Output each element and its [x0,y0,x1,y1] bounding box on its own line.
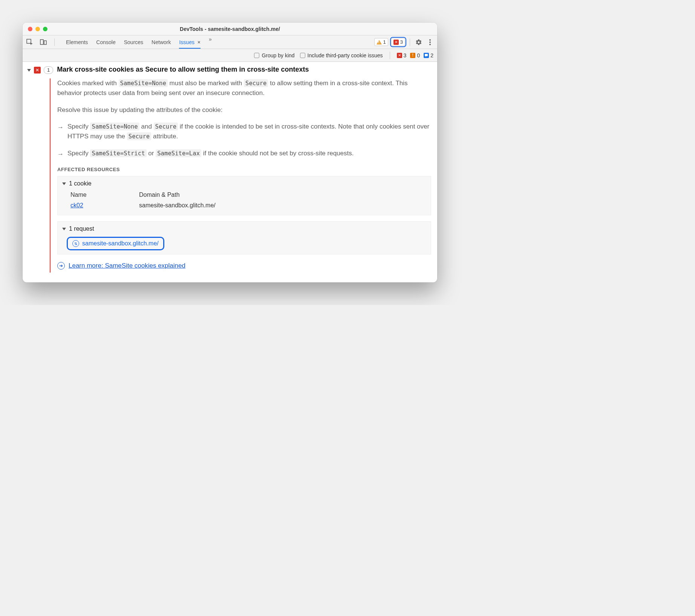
issue-bullet-1: → Specify SameSite=None and Secure if th… [57,122,431,142]
issue-description-1: Cookies marked with SameSite=None must a… [57,78,431,98]
device-toolbar-icon[interactable] [39,38,47,46]
cookie-summary: 1 cookie [69,180,92,187]
devtools-window: DevTools - samesite-sandbox.glitch.me/ E… [23,23,437,282]
issue-resolve-intro: Resolve this issue by updating the attri… [57,105,431,115]
col-name: Name [63,190,138,200]
tab-elements[interactable]: Elements [66,36,88,48]
minimize-window-icon[interactable] [35,27,40,31]
tab-console[interactable]: Console [96,36,115,48]
devtools-tabbar: Elements Console Sources Network Issues … [23,35,437,49]
warnings-count: 1 [383,39,386,45]
errors-count: 3 [400,39,403,45]
svg-point-4 [429,41,431,43]
tab-network[interactable]: Network [152,36,171,48]
code-secure: Secure [244,79,268,87]
filter-warnings-count: 0 [417,52,420,58]
svg-rect-6 [425,54,428,56]
arrow-right-icon: → [57,149,64,159]
divider [54,38,55,46]
kebab-menu-icon[interactable] [426,38,434,46]
affected-cookies-toggle[interactable]: 1 cookie [62,180,426,187]
inspect-element-icon[interactable] [26,38,34,46]
code-samesite-none: SameSite=None [119,79,168,87]
issue-bullet-2: → Specify SameSite=Strict or SameSite=La… [57,149,431,159]
affected-requests-section: 1 request ⇅ samesite-sandbox.glitch.me/ [57,221,431,254]
zoom-window-icon[interactable] [43,27,47,31]
issue-count-pill: 1 [44,66,53,74]
warning-square-icon: ! [410,53,415,58]
network-request-icon: ⇅ [72,240,79,247]
tab-issues[interactable]: Issues × [179,36,201,48]
learn-more-link[interactable]: Learn more: SameSite cookies explained [69,262,185,270]
error-square-icon: ✕ [393,40,399,45]
issue-title: Mark cross-site cookies as Secure to all… [57,66,309,74]
errors-counter[interactable]: ✕ 3 [391,38,405,46]
third-party-cookies-checkbox[interactable]: Include third-party cookie issues [300,52,383,58]
filter-errors-count: 3 [404,52,407,58]
warnings-counter[interactable]: 1 [374,38,388,46]
more-tabs-icon[interactable]: » [209,36,212,48]
svg-point-5 [429,44,431,45]
message-square-icon [424,53,429,58]
settings-gear-icon[interactable] [415,38,423,46]
filter-warnings[interactable]: ! 0 [410,52,420,58]
caret-down-icon[interactable] [27,69,31,72]
request-link[interactable]: ⇅ samesite-sandbox.glitch.me/ [67,237,164,250]
issues-filterbar: Group by kind Include third-party cookie… [23,49,437,62]
error-square-icon: ✕ [34,67,41,74]
request-url: samesite-sandbox.glitch.me/ [82,240,159,247]
checkbox-icon [300,53,305,58]
panel-tabs: Elements Console Sources Network Issues … [66,36,212,48]
close-tab-icon[interactable]: × [197,39,201,45]
issues-panel-body: ✕ 1 Mark cross-site cookies as Secure to… [23,62,437,282]
close-window-icon[interactable] [28,27,32,31]
filter-errors[interactable]: ✕ 3 [397,52,407,58]
col-domain: Domain & Path [139,190,426,200]
affected-requests-toggle[interactable]: 1 request [62,225,426,232]
filter-messages-count: 2 [430,52,433,58]
caret-down-icon [62,182,66,185]
cookie-domain: samesite-sandbox.glitch.me/ [139,201,426,210]
tab-issues-label: Issues [179,39,194,45]
third-party-label: Include third-party cookie issues [308,52,383,58]
request-summary: 1 request [69,225,94,232]
window-title: DevTools - samesite-sandbox.glitch.me/ [23,26,437,32]
external-link-icon: ➔ [57,262,65,270]
issue-row[interactable]: ✕ 1 Mark cross-site cookies as Secure to… [27,66,431,74]
arrow-right-icon: → [57,122,64,142]
filter-messages[interactable]: 2 [424,52,433,58]
cookie-name-link[interactable]: ck02 [70,202,83,208]
svg-point-3 [429,39,431,41]
window-titlebar: DevTools - samesite-sandbox.glitch.me/ [23,23,437,35]
affected-cookies-section: 1 cookie Name Domain & Path ck02 samesit… [57,176,431,215]
checkbox-icon [254,53,259,58]
table-row: ck02 samesite-sandbox.glitch.me/ [63,201,426,210]
warning-triangle-icon [377,40,382,44]
group-by-kind-checkbox[interactable]: Group by kind [254,52,294,58]
caret-down-icon [62,228,66,230]
error-square-icon: ✕ [397,53,402,58]
divider [390,52,390,59]
issue-details: Cookies marked with SameSite=None must a… [50,78,431,273]
svg-rect-2 [44,41,46,44]
svg-rect-1 [40,40,43,44]
divider [410,38,410,46]
group-by-kind-label: Group by kind [262,52,294,58]
affected-cookies-table: Name Domain & Path ck02 samesite-sandbox… [62,189,426,211]
traffic-lights [23,27,47,31]
affected-resources-heading: AFFECTED RESOURCES [57,167,431,172]
learn-more-row: ➔ Learn more: SameSite cookies explained [57,262,431,270]
tab-sources[interactable]: Sources [124,36,143,48]
